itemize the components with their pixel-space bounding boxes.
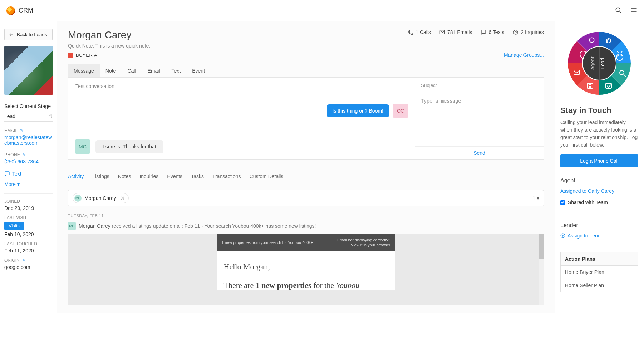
message-input[interactable] <box>415 93 544 146</box>
text-link-label: Text <box>12 171 21 177</box>
tab-email[interactable]: Email <box>142 64 166 77</box>
edit-origin-icon[interactable]: ✎ <box>22 258 26 263</box>
view-in-browser-link[interactable]: View it in your browser <box>351 243 390 247</box>
chevron-updown-icon: ⇅ <box>49 114 53 119</box>
stat-calls-text: 1 Calls <box>416 29 431 35</box>
lasttouched-label: LAST TOUCHED <box>4 241 53 246</box>
chat-bubble-icon <box>481 29 486 35</box>
avatar-mc: MC <box>75 139 90 154</box>
origin-label: ORIGIN <box>4 258 20 263</box>
stat-inquiries[interactable]: 2 Inquiries <box>513 29 544 35</box>
email-body-italic: Youbou <box>336 281 359 290</box>
email-body-line: There are 1 new properties for the Youbo… <box>224 281 388 290</box>
email-head-title: 1 new properties from your search for Yo… <box>222 240 313 245</box>
manage-groups-link[interactable]: Manage Groups... <box>504 52 544 58</box>
assign-lender-link[interactable]: Assign to Lender <box>560 233 605 239</box>
atab-listings[interactable]: Listings <box>92 170 109 183</box>
divider <box>4 193 53 194</box>
phone-label: PHONE <box>4 152 20 157</box>
tab-message[interactable]: Message <box>68 64 100 77</box>
compose-form: Send <box>415 78 544 159</box>
more-dropdown[interactable]: More ▾ <box>4 181 20 187</box>
brand[interactable]: CRM <box>6 6 33 15</box>
lender-heading: Lender <box>560 222 638 228</box>
atab-events[interactable]: Events <box>167 170 182 183</box>
stat-calls[interactable]: 1 Calls <box>408 29 431 35</box>
subject-input[interactable] <box>415 78 544 93</box>
message-out-text: Is this thing on? Boom! <box>327 104 389 117</box>
scrollbar-thumb[interactable] <box>539 234 544 259</box>
wheel-center-agent: Agent <box>590 57 595 70</box>
phone-link[interactable]: (250) 668-7364 <box>4 159 53 164</box>
brand-logo-icon <box>6 6 15 15</box>
stat-emails[interactable]: 781 Emails <box>439 29 472 35</box>
menu-icon[interactable] <box>630 6 638 15</box>
lastvisit-label: LAST VISIT <box>4 215 53 220</box>
chip-remove-icon[interactable]: ✕ <box>121 195 125 201</box>
brand-text: CRM <box>19 7 33 14</box>
filter-count: 1 <box>532 195 535 201</box>
atab-custom[interactable]: Custom Details <box>250 170 284 183</box>
tab-event[interactable]: Event <box>186 64 211 77</box>
send-button[interactable]: Send <box>473 150 485 156</box>
atab-tasks[interactable]: Tasks <box>191 170 204 183</box>
tab-call[interactable]: Call <box>122 64 142 77</box>
topbar: CRM <box>0 0 644 21</box>
avatar-cc: CC <box>393 104 408 118</box>
conversation-panel: Test conversation Is this thing on? Boom… <box>68 78 544 160</box>
stage-select[interactable]: Lead ⇅ <box>4 111 53 122</box>
email-preview: 1 new properties from your search for Yo… <box>68 234 544 305</box>
message-in: MC It sure is! Thanks for that. <box>75 139 408 154</box>
assigned-agent-link[interactable]: Assigned to Carly Carey <box>560 188 638 194</box>
atab-inquiries[interactable]: Inquiries <box>139 170 158 183</box>
email-link[interactable]: morgan@realestatewebmasters.com <box>4 134 53 146</box>
stat-texts-text: 6 Texts <box>488 29 504 35</box>
timeline-text: received a listings update email: Feb 11… <box>110 223 316 229</box>
tab-note[interactable]: Note <box>100 64 122 77</box>
svg-point-7 <box>513 30 518 34</box>
shared-team-input[interactable] <box>560 200 565 205</box>
chip-avatar: MC <box>74 195 82 202</box>
edit-email-icon[interactable]: ✎ <box>20 128 24 133</box>
lasttouched-value: Feb 11, 2020 <box>4 248 53 254</box>
conversation-title: Test conversation <box>75 83 408 93</box>
edit-phone-icon[interactable]: ✎ <box>22 152 26 157</box>
plan-item-buyer[interactable]: Home Buyer Plan <box>561 266 638 279</box>
origin-value: google.com <box>4 264 53 270</box>
filter-chip[interactable]: MC Morgan Carey ✕ <box>73 193 129 203</box>
text-link[interactable]: Text <box>4 171 21 177</box>
atab-transactions[interactable]: Transactions <box>212 170 241 183</box>
tab-text[interactable]: Text <box>166 64 187 77</box>
svg-line-1 <box>620 11 621 13</box>
joined-value: Dec 29, 2019 <box>4 205 53 211</box>
email-body-mid: for the <box>311 281 336 290</box>
email-label: EMAIL <box>4 128 18 133</box>
atab-notes[interactable]: Notes <box>118 170 131 183</box>
lead-stats: 1 Calls 781 Emails 6 Texts 2 Inquiries <box>408 29 544 35</box>
timeline-item: MC Morgan Carey received a listings upda… <box>68 222 544 230</box>
stat-inquiries-text: 2 Inquiries <box>521 29 544 35</box>
agent-heading: Agent <box>560 177 638 184</box>
sidebar-right: Agent Lead Stay in Touch Calling your le… <box>555 21 644 313</box>
back-to-leads-button[interactable]: Back to Leads <box>4 29 53 40</box>
plan-item-seller[interactable]: Home Seller Plan <box>561 279 638 292</box>
timeline-day: Tuesday, Feb 11 <box>68 213 544 218</box>
compose-tabs: Message Note Call Email Text Event <box>68 64 544 78</box>
log-call-button[interactable]: Log a Phone Call <box>560 154 638 167</box>
target-icon <box>513 29 518 35</box>
quick-note: Quick Note: This is a new quick note. <box>68 43 150 49</box>
filter-count-toggle[interactable]: 1 ▾ <box>532 195 539 201</box>
joined-label: JOINED <box>4 199 53 204</box>
search-icon[interactable] <box>615 6 622 15</box>
stay-in-touch-heading: Stay in Touch <box>560 106 638 115</box>
stat-texts[interactable]: 6 Texts <box>481 29 504 35</box>
conversation-thread: Test conversation Is this thing on? Boom… <box>68 78 415 159</box>
shared-team-checkbox[interactable]: Shared with Team <box>560 200 638 205</box>
stage-label: Select Current Stage <box>4 103 53 109</box>
assign-lender-label: Assign to Lender <box>567 233 605 239</box>
chip-name: Morgan Carey <box>84 195 116 201</box>
visits-button[interactable]: Visits <box>4 222 24 230</box>
atab-activity[interactable]: Activity <box>68 170 84 183</box>
email-body-prefix: There are <box>224 281 256 290</box>
lead-photo <box>4 46 53 95</box>
